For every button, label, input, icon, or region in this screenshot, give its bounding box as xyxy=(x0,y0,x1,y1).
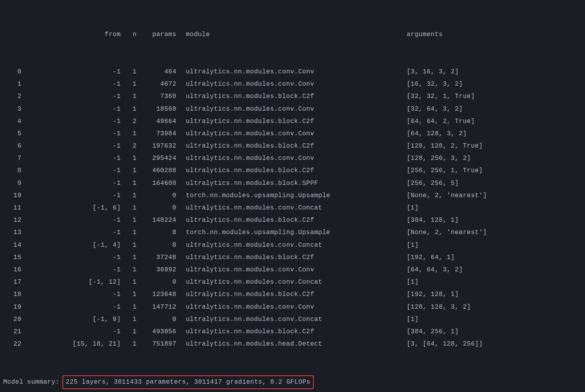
cell-params: 164608 xyxy=(137,177,176,190)
cell-arguments: [64, 64, 2, True] xyxy=(407,115,475,128)
cell-arguments: [1] xyxy=(407,239,419,252)
table-row: 1-114672ultralytics.nn.modules.conv.Conv… xyxy=(3,78,582,90)
cell-n: 2 xyxy=(121,115,137,128)
cell-from: -1 xyxy=(21,103,121,115)
cell-n: 1 xyxy=(121,276,137,288)
header-params: params xyxy=(137,29,176,41)
cell-from: -1 xyxy=(21,90,121,103)
cell-module: ultralytics.nn.modules.conv.Concat xyxy=(176,313,407,326)
cell-from: -1 xyxy=(21,115,121,128)
cell-module: ultralytics.nn.modules.conv.Conv xyxy=(176,264,407,276)
cell-module: ultralytics.nn.modules.block.C2f xyxy=(176,140,407,152)
cell-from: -1 xyxy=(21,227,121,239)
cell-from: -1 xyxy=(21,326,121,338)
cell-idx: 20 xyxy=(3,313,21,326)
cell-arguments: [384, 128, 1] xyxy=(407,214,459,227)
cell-idx: 17 xyxy=(3,276,21,288)
cell-idx: 7 xyxy=(3,152,21,165)
cell-params: 73984 xyxy=(137,128,176,140)
cell-idx: 15 xyxy=(3,252,21,264)
table-row: 3-1118560ultralytics.nn.modules.conv.Con… xyxy=(3,103,582,115)
cell-n: 2 xyxy=(121,140,137,152)
cell-module: ultralytics.nn.modules.block.C2f xyxy=(176,115,407,128)
table-row: 16-1136992ultralytics.nn.modules.conv.Co… xyxy=(3,264,582,276)
cell-from: [15, 18, 21] xyxy=(21,338,121,350)
cell-params: 36992 xyxy=(137,264,176,276)
cell-idx: 3 xyxy=(3,103,21,115)
cell-idx: 10 xyxy=(3,190,21,202)
cell-params: 295424 xyxy=(137,152,176,165)
cell-module: ultralytics.nn.modules.block.C2f xyxy=(176,90,407,103)
cell-idx: 12 xyxy=(3,214,21,227)
cell-n: 1 xyxy=(121,313,137,326)
cell-module: ultralytics.nn.modules.conv.Conv xyxy=(176,103,407,115)
cell-module: torch.nn.modules.upsampling.Upsample xyxy=(176,190,407,202)
cell-idx: 14 xyxy=(3,239,21,252)
cell-from: -1 xyxy=(21,264,121,276)
cell-arguments: [1] xyxy=(407,276,419,288)
cell-module: ultralytics.nn.modules.conv.Conv xyxy=(176,128,407,140)
cell-module: ultralytics.nn.modules.block.C2f xyxy=(176,252,407,264)
cell-params: 37248 xyxy=(137,252,176,264)
header-from: from xyxy=(21,29,121,41)
cell-n: 1 xyxy=(121,190,137,202)
cell-params: 493056 xyxy=(137,326,176,338)
cell-n: 1 xyxy=(121,301,137,313)
table-row: 11[-1, 6]10ultralytics.nn.modules.conv.C… xyxy=(3,202,582,214)
cell-n: 1 xyxy=(121,103,137,115)
cell-module: ultralytics.nn.modules.conv.Conv xyxy=(176,66,407,78)
cell-idx: 0 xyxy=(3,66,21,78)
cell-arguments: [None, 2, 'nearest'] xyxy=(407,227,487,239)
cell-n: 1 xyxy=(121,338,137,350)
table-row: 7-11295424ultralytics.nn.modules.conv.Co… xyxy=(3,152,582,165)
cell-arguments: [256, 256, 1, True] xyxy=(407,165,483,177)
cell-from: -1 xyxy=(21,301,121,313)
table-row: 21-11493056ultralytics.nn.modules.block.… xyxy=(3,326,582,338)
cell-arguments: [192, 64, 1] xyxy=(407,252,455,264)
cell-params: 4672 xyxy=(137,78,176,90)
cell-module: ultralytics.nn.modules.conv.Conv xyxy=(176,152,407,165)
cell-arguments: [128, 128, 2, True] xyxy=(407,140,483,152)
table-row: 15-1137248ultralytics.nn.modules.block.C… xyxy=(3,252,582,264)
table-row: 19-11147712ultralytics.nn.modules.conv.C… xyxy=(3,301,582,313)
cell-from: -1 xyxy=(21,177,121,190)
cell-from: -1 xyxy=(21,78,121,90)
cell-module: ultralytics.nn.modules.conv.Conv xyxy=(176,301,407,313)
table-row: 10-110torch.nn.modules.upsampling.Upsamp… xyxy=(3,190,582,202)
cell-arguments: [256, 256, 5] xyxy=(407,177,459,190)
cell-from: -1 xyxy=(21,152,121,165)
cell-idx: 21 xyxy=(3,326,21,338)
cell-n: 1 xyxy=(121,90,137,103)
cell-from: [-1, 12] xyxy=(21,276,121,288)
cell-arguments: [128, 256, 3, 2] xyxy=(407,152,471,165)
table-row: 17[-1, 12]10ultralytics.nn.modules.conv.… xyxy=(3,276,582,288)
cell-n: 1 xyxy=(121,326,137,338)
cell-from: -1 xyxy=(21,252,121,264)
cell-params: 464 xyxy=(137,66,176,78)
cell-n: 1 xyxy=(121,177,137,190)
cell-arguments: [64, 128, 3, 2] xyxy=(407,128,467,140)
table-row: 20[-1, 9]10ultralytics.nn.modules.conv.C… xyxy=(3,313,582,326)
cell-module: ultralytics.nn.modules.head.Detect xyxy=(176,338,407,350)
cell-arguments: [128, 128, 3, 2] xyxy=(407,301,471,313)
cell-params: 123648 xyxy=(137,288,176,301)
cell-from: -1 xyxy=(21,128,121,140)
cell-params: 147712 xyxy=(137,301,176,313)
cell-module: ultralytics.nn.modules.block.C2f xyxy=(176,326,407,338)
cell-n: 1 xyxy=(121,239,137,252)
cell-params: 148224 xyxy=(137,214,176,227)
cell-idx: 5 xyxy=(3,128,21,140)
cell-idx: 13 xyxy=(3,227,21,239)
cell-arguments: [64, 64, 3, 2] xyxy=(407,264,463,276)
model-table: from n params module arguments 0-11464ul… xyxy=(3,4,582,392)
cell-params: 7360 xyxy=(137,90,176,103)
header-arguments: arguments xyxy=(407,29,443,41)
cell-module: torch.nn.modules.upsampling.Upsample xyxy=(176,227,407,239)
table-row: 8-11460288ultralytics.nn.modules.block.C… xyxy=(3,165,582,177)
table-row: 14[-1, 4]10ultralytics.nn.modules.conv.C… xyxy=(3,239,582,252)
cell-params: 0 xyxy=(137,202,176,214)
cell-arguments: [192, 128, 1] xyxy=(407,288,459,301)
cell-params: 49664 xyxy=(137,115,176,128)
cell-from: -1 xyxy=(21,140,121,152)
cell-idx: 4 xyxy=(3,115,21,128)
